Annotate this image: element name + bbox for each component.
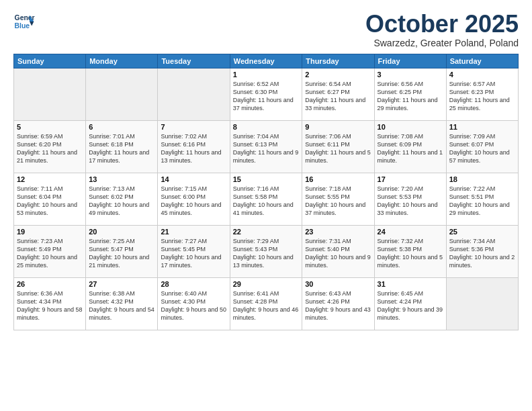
day-info: Sunrise: 7:04 AM Sunset: 6:13 PM Dayligh… — [233, 132, 300, 165]
day-number: 14 — [161, 175, 226, 183]
day-info: Sunrise: 6:40 AM Sunset: 4:30 PM Dayligh… — [161, 289, 226, 322]
day-info: Sunrise: 7:11 AM Sunset: 6:04 PM Dayligh… — [17, 185, 83, 218]
calendar-cell: 14Sunrise: 7:15 AM Sunset: 6:00 PM Dayli… — [158, 173, 230, 225]
day-info: Sunrise: 6:43 AM Sunset: 4:26 PM Dayligh… — [305, 289, 371, 322]
day-number: 24 — [378, 228, 443, 236]
header: General Blue October 2025 Swarzedz, Grea… — [13, 11, 519, 48]
calendar-week-row: 19Sunrise: 7:23 AM Sunset: 5:49 PM Dayli… — [14, 225, 519, 277]
day-number: 15 — [233, 175, 300, 183]
day-info: Sunrise: 7:27 AM Sunset: 5:45 PM Dayligh… — [161, 237, 226, 270]
calendar-cell: 20Sunrise: 7:25 AM Sunset: 5:47 PM Dayli… — [86, 225, 158, 277]
day-number: 25 — [449, 228, 515, 236]
day-info: Sunrise: 7:02 AM Sunset: 6:16 PM Dayligh… — [161, 132, 226, 165]
calendar-cell: 4Sunrise: 6:57 AM Sunset: 6:23 PM Daylig… — [446, 68, 518, 120]
day-info: Sunrise: 6:56 AM Sunset: 6:25 PM Dayligh… — [378, 80, 443, 113]
calendar-cell: 17Sunrise: 7:20 AM Sunset: 5:53 PM Dayli… — [374, 173, 446, 225]
calendar-cell: 10Sunrise: 7:08 AM Sunset: 6:09 PM Dayli… — [374, 120, 446, 173]
calendar-cell: 5Sunrise: 6:59 AM Sunset: 6:20 PM Daylig… — [14, 120, 86, 173]
svg-marker-3 — [30, 21, 34, 26]
day-number: 29 — [233, 280, 300, 288]
calendar-cell: 18Sunrise: 7:22 AM Sunset: 5:51 PM Dayli… — [446, 173, 518, 225]
day-number: 2 — [305, 71, 371, 79]
day-info: Sunrise: 7:31 AM Sunset: 5:40 PM Dayligh… — [305, 237, 371, 270]
day-number: 21 — [161, 228, 226, 236]
calendar-cell: 26Sunrise: 6:36 AM Sunset: 4:34 PM Dayli… — [14, 277, 86, 330]
location-subtitle: Swarzedz, Greater Poland, Poland — [365, 38, 519, 48]
day-number: 6 — [89, 123, 154, 131]
col-saturday: Saturday — [446, 54, 518, 68]
calendar-cell: 2Sunrise: 6:54 AM Sunset: 6:27 PM Daylig… — [302, 68, 374, 120]
day-number: 26 — [17, 280, 83, 288]
calendar-cell — [14, 68, 86, 120]
day-info: Sunrise: 6:41 AM Sunset: 4:28 PM Dayligh… — [233, 289, 300, 322]
calendar-cell: 1Sunrise: 6:52 AM Sunset: 6:30 PM Daylig… — [230, 68, 302, 120]
day-number: 7 — [161, 123, 226, 131]
day-info: Sunrise: 7:20 AM Sunset: 5:53 PM Dayligh… — [378, 185, 443, 218]
calendar-cell: 7Sunrise: 7:02 AM Sunset: 6:16 PM Daylig… — [158, 120, 230, 173]
day-number: 3 — [378, 71, 443, 79]
col-friday: Friday — [374, 54, 446, 68]
calendar-cell: 21Sunrise: 7:27 AM Sunset: 5:45 PM Dayli… — [158, 225, 230, 277]
day-number: 13 — [89, 175, 154, 183]
day-number: 10 — [378, 123, 443, 131]
calendar-week-row: 12Sunrise: 7:11 AM Sunset: 6:04 PM Dayli… — [14, 173, 519, 225]
col-wednesday: Wednesday — [230, 54, 302, 68]
calendar-cell — [446, 277, 518, 330]
day-number: 17 — [378, 175, 443, 183]
page: General Blue October 2025 Swarzedz, Grea… — [0, 0, 532, 337]
day-info: Sunrise: 6:59 AM Sunset: 6:20 PM Dayligh… — [17, 132, 83, 165]
day-info: Sunrise: 7:34 AM Sunset: 5:36 PM Dayligh… — [449, 237, 515, 270]
day-number: 23 — [305, 228, 371, 236]
day-info: Sunrise: 7:18 AM Sunset: 5:55 PM Dayligh… — [305, 185, 371, 218]
calendar-cell: 23Sunrise: 7:31 AM Sunset: 5:40 PM Dayli… — [302, 225, 374, 277]
day-info: Sunrise: 6:45 AM Sunset: 4:24 PM Dayligh… — [378, 289, 443, 322]
calendar-cell: 13Sunrise: 7:13 AM Sunset: 6:02 PM Dayli… — [86, 173, 158, 225]
day-number: 1 — [233, 71, 300, 79]
day-number: 9 — [305, 123, 371, 131]
col-monday: Monday — [86, 54, 158, 68]
day-number: 19 — [17, 228, 83, 236]
day-number: 22 — [233, 228, 300, 236]
day-info: Sunrise: 7:09 AM Sunset: 6:07 PM Dayligh… — [449, 132, 515, 165]
day-number: 20 — [89, 228, 154, 236]
day-info: Sunrise: 7:16 AM Sunset: 5:58 PM Dayligh… — [233, 185, 300, 218]
calendar-cell: 12Sunrise: 7:11 AM Sunset: 6:04 PM Dayli… — [14, 173, 86, 225]
calendar-cell: 29Sunrise: 6:41 AM Sunset: 4:28 PM Dayli… — [230, 277, 302, 330]
day-info: Sunrise: 6:36 AM Sunset: 4:34 PM Dayligh… — [17, 289, 83, 322]
col-thursday: Thursday — [302, 54, 374, 68]
calendar-cell: 24Sunrise: 7:32 AM Sunset: 5:38 PM Dayli… — [374, 225, 446, 277]
day-info: Sunrise: 7:08 AM Sunset: 6:09 PM Dayligh… — [378, 132, 443, 165]
day-info: Sunrise: 7:13 AM Sunset: 6:02 PM Dayligh… — [89, 185, 154, 218]
day-number: 30 — [305, 280, 371, 288]
day-info: Sunrise: 7:32 AM Sunset: 5:38 PM Dayligh… — [378, 237, 443, 270]
calendar-cell: 9Sunrise: 7:06 AM Sunset: 6:11 PM Daylig… — [302, 120, 374, 173]
calendar-week-row: 1Sunrise: 6:52 AM Sunset: 6:30 PM Daylig… — [14, 68, 519, 120]
calendar-cell: 6Sunrise: 7:01 AM Sunset: 6:18 PM Daylig… — [86, 120, 158, 173]
day-info: Sunrise: 7:01 AM Sunset: 6:18 PM Dayligh… — [89, 132, 154, 165]
day-info: Sunrise: 7:22 AM Sunset: 5:51 PM Dayligh… — [449, 185, 515, 218]
calendar-cell: 8Sunrise: 7:04 AM Sunset: 6:13 PM Daylig… — [230, 120, 302, 173]
month-title: October 2025 — [365, 11, 519, 38]
svg-text:Blue: Blue — [15, 22, 30, 30]
calendar-table: Sunday Monday Tuesday Wednesday Thursday… — [13, 54, 519, 330]
logo: General Blue — [13, 11, 35, 32]
day-number: 5 — [17, 123, 83, 131]
calendar-cell: 27Sunrise: 6:38 AM Sunset: 4:32 PM Dayli… — [86, 277, 158, 330]
day-number: 11 — [449, 123, 515, 131]
day-info: Sunrise: 7:23 AM Sunset: 5:49 PM Dayligh… — [17, 237, 83, 270]
day-info: Sunrise: 7:29 AM Sunset: 5:43 PM Dayligh… — [233, 237, 300, 270]
title-block: October 2025 Swarzedz, Greater Poland, P… — [365, 11, 519, 48]
calendar-cell: 15Sunrise: 7:16 AM Sunset: 5:58 PM Dayli… — [230, 173, 302, 225]
day-info: Sunrise: 6:38 AM Sunset: 4:32 PM Dayligh… — [89, 289, 154, 322]
day-number: 28 — [161, 280, 226, 288]
day-info: Sunrise: 6:52 AM Sunset: 6:30 PM Dayligh… — [233, 80, 300, 113]
calendar-cell: 28Sunrise: 6:40 AM Sunset: 4:30 PM Dayli… — [158, 277, 230, 330]
calendar-header-row: Sunday Monday Tuesday Wednesday Thursday… — [14, 54, 519, 68]
calendar-cell: 30Sunrise: 6:43 AM Sunset: 4:26 PM Dayli… — [302, 277, 374, 330]
day-info: Sunrise: 7:15 AM Sunset: 6:00 PM Dayligh… — [161, 185, 226, 218]
day-number: 8 — [233, 123, 300, 131]
calendar-cell — [86, 68, 158, 120]
day-info: Sunrise: 6:54 AM Sunset: 6:27 PM Dayligh… — [305, 80, 371, 113]
calendar-cell: 16Sunrise: 7:18 AM Sunset: 5:55 PM Dayli… — [302, 173, 374, 225]
calendar-cell: 11Sunrise: 7:09 AM Sunset: 6:07 PM Dayli… — [446, 120, 518, 173]
